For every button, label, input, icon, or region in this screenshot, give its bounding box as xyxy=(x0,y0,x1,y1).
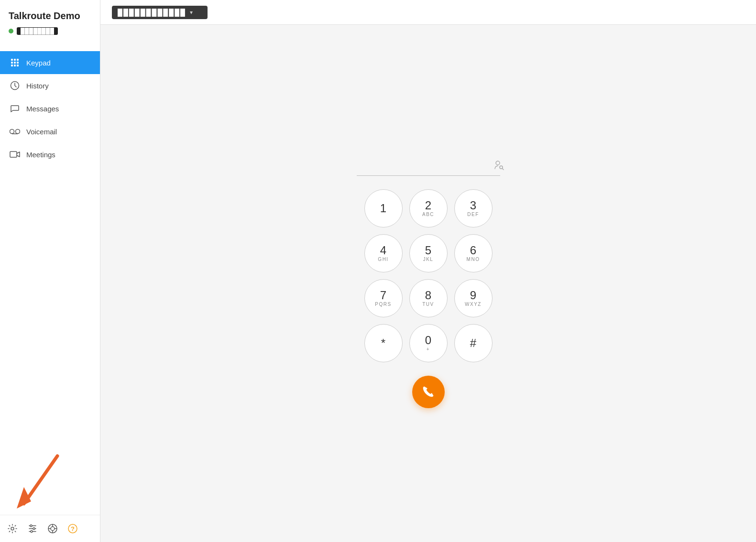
svg-point-24 xyxy=(51,527,55,531)
svg-rect-4 xyxy=(14,62,16,64)
status-dot xyxy=(9,29,13,33)
clock-icon xyxy=(10,80,20,91)
key-sub-3: DEF xyxy=(467,212,479,217)
svg-point-11 xyxy=(16,130,20,134)
status-row: ████████ xyxy=(9,27,91,35)
sidebar-item-history[interactable]: History xyxy=(0,74,100,97)
contact-search-icon[interactable] xyxy=(493,159,504,173)
key-main-*: * xyxy=(381,337,385,349)
key-6[interactable]: 6MNO xyxy=(454,234,493,272)
key-sub-0: + xyxy=(427,347,430,352)
svg-rect-7 xyxy=(14,65,16,66)
settings-icon-btn[interactable] xyxy=(7,523,18,534)
sidebar-item-meetings[interactable]: Meetings xyxy=(0,143,100,166)
sidebar-bottom-area: ? xyxy=(0,515,100,542)
key-main-1: 1 xyxy=(380,203,386,214)
key-3[interactable]: 3DEF xyxy=(454,189,493,228)
sidebar-bottom: ? xyxy=(0,515,100,542)
nav-menu: Keypad History Messages xyxy=(0,43,100,515)
svg-line-33 xyxy=(502,168,504,170)
message-icon xyxy=(10,103,20,114)
svg-text:?: ? xyxy=(71,525,75,532)
key-9[interactable]: 9WXYZ xyxy=(454,279,493,317)
svg-rect-6 xyxy=(11,65,13,66)
admin-icon-btn[interactable] xyxy=(47,523,58,534)
svg-point-10 xyxy=(10,130,14,134)
sidebar-item-history-label: History xyxy=(26,82,49,90)
key-main-7: 7 xyxy=(380,290,386,301)
phone-number-selector[interactable]: ████████████ ▾ xyxy=(112,6,208,19)
phone-input[interactable] xyxy=(357,160,488,172)
top-bar: ████████████ ▾ xyxy=(100,0,756,25)
video-icon xyxy=(10,149,20,160)
phone-input-row xyxy=(357,159,500,176)
key-main-0: 0 xyxy=(425,335,431,346)
key-sub-9: WXYZ xyxy=(465,302,482,307)
svg-point-31 xyxy=(496,161,500,165)
key-main-3: 3 xyxy=(470,200,476,211)
sidebar: Talkroute Demo ████████ xyxy=(0,0,100,542)
svg-point-22 xyxy=(31,531,33,532)
svg-rect-3 xyxy=(11,62,13,64)
key-main-#: # xyxy=(470,337,476,349)
key-sub-7: PQRS xyxy=(375,302,391,307)
grid-icon xyxy=(10,57,20,68)
sidebar-item-messages[interactable]: Messages xyxy=(0,97,100,120)
sidebar-item-voicemail[interactable]: Voicemail xyxy=(0,120,100,143)
chevron-down-icon: ▾ xyxy=(190,9,193,16)
sidebar-item-messages-label: Messages xyxy=(26,105,59,113)
app-title: Talkroute Demo xyxy=(9,11,91,22)
key-main-6: 6 xyxy=(470,245,476,256)
svg-rect-0 xyxy=(11,59,13,61)
key-2[interactable]: 2ABC xyxy=(409,189,448,228)
key-sub-4: GHI xyxy=(378,257,388,262)
svg-rect-8 xyxy=(17,65,19,66)
key-1[interactable]: 1 xyxy=(364,189,403,228)
svg-rect-5 xyxy=(17,62,19,64)
sidebar-item-keypad-label: Keypad xyxy=(26,59,51,67)
phone-number-text: ████████████ xyxy=(118,9,186,16)
key-0[interactable]: 0+ xyxy=(409,324,448,362)
sliders-icon-btn[interactable] xyxy=(27,523,38,534)
svg-rect-13 xyxy=(10,152,17,157)
dialpad-inner: 12ABC3DEF4GHI5JKL6MNO7PQRS8TUV9WXYZ*0+# xyxy=(357,159,500,408)
key-sub-6: MNO xyxy=(467,257,480,262)
help-icon-btn[interactable]: ? xyxy=(67,523,78,534)
key-sub-5: JKL xyxy=(423,257,434,262)
svg-point-16 xyxy=(11,527,14,530)
svg-point-20 xyxy=(30,525,32,527)
sidebar-item-keypad[interactable]: Keypad xyxy=(0,51,100,74)
status-label: ████████ xyxy=(17,27,58,35)
voicemail-icon xyxy=(10,126,20,137)
key-#[interactable]: # xyxy=(454,324,493,362)
dialpad-container: 12ABC3DEF4GHI5JKL6MNO7PQRS8TUV9WXYZ*0+# xyxy=(100,25,756,542)
sidebar-header: Talkroute Demo ████████ xyxy=(0,0,100,43)
key-main-9: 9 xyxy=(470,290,476,301)
key-4[interactable]: 4GHI xyxy=(364,234,403,272)
sidebar-item-voicemail-label: Voicemail xyxy=(26,128,57,136)
svg-rect-1 xyxy=(14,59,16,61)
sidebar-item-meetings-label: Meetings xyxy=(26,151,55,159)
main-content: ████████████ ▾ 12ABC3DEF4GHI5J xyxy=(100,0,756,542)
key-7[interactable]: 7PQRS xyxy=(364,279,403,317)
svg-rect-2 xyxy=(17,59,19,61)
key-8[interactable]: 8TUV xyxy=(409,279,448,317)
svg-point-21 xyxy=(33,528,35,530)
key-sub-2: ABC xyxy=(422,212,434,217)
keypad-grid: 12ABC3DEF4GHI5JKL6MNO7PQRS8TUV9WXYZ*0+# xyxy=(364,189,493,362)
key-*[interactable]: * xyxy=(364,324,403,362)
key-main-8: 8 xyxy=(425,290,431,301)
key-5[interactable]: 5JKL xyxy=(409,234,448,272)
key-sub-8: TUV xyxy=(422,302,434,307)
call-button[interactable] xyxy=(412,376,445,408)
key-main-2: 2 xyxy=(425,200,431,211)
key-main-5: 5 xyxy=(425,245,431,256)
key-main-4: 4 xyxy=(380,245,386,256)
